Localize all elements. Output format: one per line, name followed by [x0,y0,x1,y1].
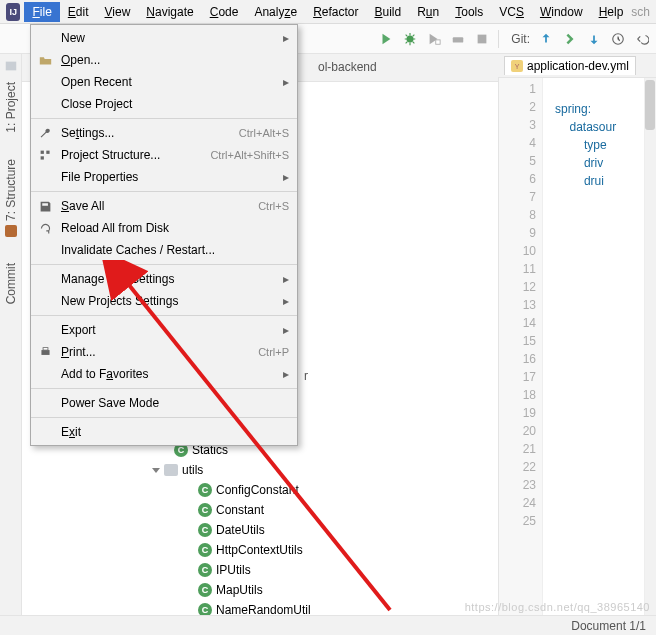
menu-new-projects-settings[interactable]: New Projects Settings▸ [31,290,297,312]
menu-vcs[interactable]: VCS [491,2,532,22]
tree-item[interactable]: CIPUtils [140,560,480,580]
tree-item[interactable]: CDateUtils [140,520,480,540]
chevron-right-icon: ▸ [283,75,289,89]
menu-edit[interactable]: Edit [60,2,97,22]
menu-close-project[interactable]: Close Project [31,93,297,115]
menu-reload[interactable]: Reload All from Disk [31,217,297,239]
tree-item[interactable]: CMapUtils [140,580,480,600]
menu-manage-ide[interactable]: Manage IDE Settings▸ [31,268,297,290]
app-icon: IJ [6,3,20,21]
tree-item[interactable]: CConfigConstant [140,480,480,500]
menu-print[interactable]: Print...Ctrl+P [31,341,297,363]
class-icon: C [198,563,212,577]
editor-tab[interactable]: Y application-dev.yml [504,56,636,75]
tree-item[interactable]: CHttpContextUtils [140,540,480,560]
menu-trail: sch [631,5,656,19]
menu-analyze[interactable]: Analyze [246,2,305,22]
menu-help[interactable]: Help [591,2,632,22]
menubar: IJ File Edit View Navigate Code Analyze … [0,0,656,24]
side-strip: 1: Project 7: Structure Commit [0,54,22,635]
git-history-icon[interactable] [610,31,626,47]
git-update-icon[interactable] [538,31,554,47]
menu-open-recent[interactable]: Open Recent▸ [31,71,297,93]
menu-favorites[interactable]: Add to Favorites▸ [31,363,297,385]
menu-invalidate[interactable]: Invalidate Caches / Restart... [31,239,297,261]
svg-rect-9 [40,150,43,153]
menu-open[interactable]: Open... [31,49,297,71]
class-icon: C [198,523,212,537]
chevron-right-icon: ▸ [283,31,289,45]
run-icon[interactable] [378,31,394,47]
chevron-right-icon: ▸ [283,272,289,286]
tree-item[interactable]: CConstant [140,500,480,520]
menu-tools[interactable]: Tools [447,2,491,22]
menu-run[interactable]: Run [409,2,447,22]
svg-rect-13 [43,347,48,349]
menu-navigate[interactable]: Navigate [138,2,201,22]
structure-icon [37,147,53,163]
chevron-right-icon: ▸ [283,294,289,308]
file-menu-dropdown: New▸ Open... Open Recent▸ Close Project … [30,24,298,446]
stop-icon[interactable] [474,31,490,47]
chevron-right-icon: ▸ [283,170,289,184]
stray-r: r [304,369,308,383]
git-rollback-icon[interactable] [634,31,650,47]
svg-rect-11 [40,156,43,159]
class-icon: C [198,543,212,557]
svg-rect-10 [46,150,49,153]
menu-exit[interactable]: Exit [31,421,297,443]
yml-icon: Y [511,60,523,72]
svg-point-0 [407,35,414,42]
debug-icon[interactable] [402,31,418,47]
menu-refactor[interactable]: Refactor [305,2,366,22]
menu-file[interactable]: File [24,2,59,22]
status-bar: Document 1/1 [0,615,656,635]
menu-view[interactable]: View [97,2,139,22]
menu-new[interactable]: New▸ [31,27,297,49]
git-label: Git: [511,32,530,46]
editor-tabbar: Y application-dev.yml [498,54,656,78]
run-coverage-icon[interactable] [426,31,442,47]
class-icon: C [198,503,212,517]
menu-save-all[interactable]: Save AllCtrl+S [31,195,297,217]
class-icon: C [198,483,212,497]
class-icon: C [198,583,212,597]
chevron-down-icon [152,468,160,473]
git-push-icon[interactable] [586,31,602,47]
scrollbar-track[interactable] [644,78,656,615]
watermark: https://blog.csdn.net/qq_38965140 [465,601,650,613]
menu-project-structure[interactable]: Project Structure...Ctrl+Alt+Shift+S [31,144,297,166]
sidebar-commit[interactable]: Commit [4,257,18,310]
save-icon [37,198,53,214]
sidebar-structure[interactable]: 7: Structure [4,153,18,243]
menu-code[interactable]: Code [202,2,247,22]
menu-build[interactable]: Build [366,2,409,22]
svg-rect-2 [453,37,464,42]
tree-folder[interactable]: utils [140,460,480,480]
reload-icon [37,220,53,236]
sidebar-project[interactable]: 1: Project [4,76,18,139]
code-area[interactable]: spring: datasour type driv drui [543,78,616,615]
menu-settings[interactable]: Settings...Ctrl+Alt+S [31,122,297,144]
wrench-icon [37,125,53,141]
scrollbar-thumb[interactable] [645,80,655,130]
print-icon [37,344,53,360]
svg-rect-3 [478,34,487,43]
menu-export[interactable]: Export▸ [31,319,297,341]
svg-rect-8 [5,62,16,71]
structure-icon [5,225,17,237]
crumb-fragment: ol-backend [318,60,377,74]
folder-icon [164,464,178,476]
chevron-right-icon: ▸ [283,367,289,381]
git-commit-icon[interactable] [562,31,578,47]
status-doc: Document 1/1 [571,619,646,633]
svg-rect-1 [436,39,440,43]
menu-file-properties[interactable]: File Properties▸ [31,166,297,188]
gutter: 1234567891011121314151617181920212223242… [499,78,543,615]
folder-open-icon [37,52,53,68]
editor[interactable]: 1234567891011121314151617181920212223242… [498,78,656,615]
menu-window[interactable]: Window [532,2,591,22]
project-strip-icon[interactable] [3,58,19,74]
attach-icon[interactable] [450,31,466,47]
menu-power-save[interactable]: Power Save Mode [31,392,297,414]
